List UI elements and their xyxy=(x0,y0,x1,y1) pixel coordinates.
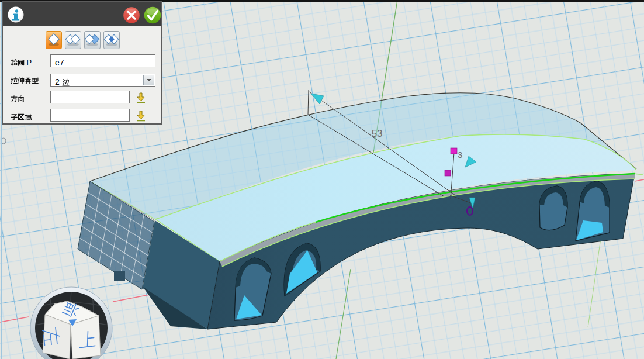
svg-text:-53: -53 xyxy=(368,128,383,139)
svg-text:3: 3 xyxy=(458,150,462,160)
